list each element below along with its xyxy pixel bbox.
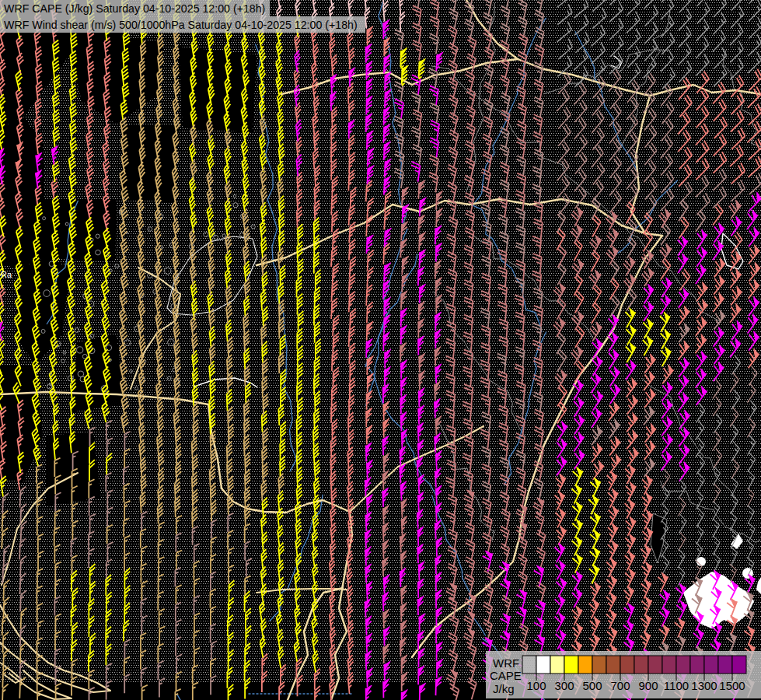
svg-text:700: 700 xyxy=(610,679,630,692)
svg-text:500: 500 xyxy=(582,679,602,692)
svg-text:J/kg: J/kg xyxy=(493,682,515,695)
svg-text:1500: 1500 xyxy=(719,679,745,692)
svg-text:1300: 1300 xyxy=(691,679,717,692)
svg-text:WRF Wind shear (m/s) 500/1000h: WRF Wind shear (m/s) 500/1000hPa Saturda… xyxy=(4,19,358,31)
svg-text:CAPE: CAPE xyxy=(490,669,522,682)
svg-text:WRF CAPE (J/kg) Saturday 04-10: WRF CAPE (J/kg) Saturday 04-10-2025 12:0… xyxy=(4,2,265,15)
svg-text:Ra: Ra xyxy=(1,270,12,279)
svg-text:WRF: WRF xyxy=(493,656,519,670)
svg-text:100: 100 xyxy=(526,679,546,692)
svg-text:300: 300 xyxy=(554,679,574,692)
svg-text:900: 900 xyxy=(638,679,658,692)
svg-text:1100: 1100 xyxy=(664,679,689,692)
